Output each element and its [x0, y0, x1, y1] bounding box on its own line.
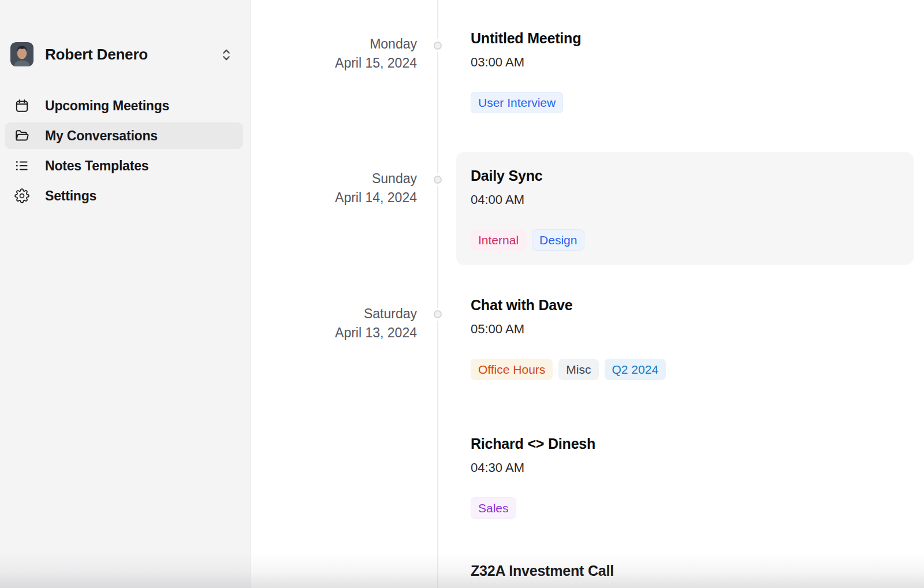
- meeting-item[interactable]: Untitled Meeting 03:00 AM User Interview: [456, 29, 914, 113]
- avatar: [10, 42, 33, 66]
- meeting-tag: Office Hours: [471, 359, 553, 380]
- gear-icon: [14, 188, 29, 203]
- meeting-time: 05:00 AM: [471, 321, 899, 338]
- date-label: Sunday April 14, 2024: [335, 169, 417, 207]
- meeting-tags: User Interview: [471, 92, 899, 113]
- date-label: Saturday April 13, 2024: [335, 304, 417, 343]
- meeting-time: 04:00 AM: [471, 191, 899, 209]
- profile-name: Robert Denero: [45, 46, 148, 64]
- meeting-tag: Design: [532, 229, 584, 251]
- sidebar-item-label: Settings: [45, 188, 96, 204]
- meeting-item[interactable]: Z32A Investment Call: [456, 561, 914, 580]
- sidebar-item-notes-templates[interactable]: Notes Templates: [5, 152, 243, 179]
- list-icon: [14, 158, 29, 173]
- folder-icon: [14, 128, 29, 143]
- conversations-scroll-area[interactable]: Monday April 15, 2024 Untitled Meeting 0…: [251, 0, 924, 588]
- meeting-title: Untitled Meeting: [471, 29, 899, 47]
- timeline-dot: [434, 310, 442, 318]
- sidebar-item-my-conversations[interactable]: My Conversations: [5, 122, 243, 149]
- date-day: Monday: [335, 35, 417, 54]
- meeting-title: Chat with Dave: [471, 296, 899, 314]
- meeting-title: Daily Sync: [471, 166, 899, 185]
- meeting-tags: Sales: [471, 497, 899, 519]
- meetings-list: Untitled Meeting 03:00 AM User Interview: [456, 29, 914, 113]
- meeting-tag: Internal: [471, 229, 526, 251]
- meeting-tags: Office HoursMiscQ2 2024: [471, 359, 899, 380]
- sidebar: Robert Denero Upcoming Meetings My Conve…: [0, 0, 251, 588]
- meeting-tag: Q2 2024: [605, 359, 666, 380]
- chevron-updown-icon: [219, 47, 233, 63]
- timeline-dot: [434, 176, 442, 184]
- meeting-notes-app: Robert Denero Upcoming Meetings My Conve…: [0, 0, 924, 588]
- date-day: Saturday: [335, 304, 417, 323]
- meeting-time: 03:00 AM: [471, 54, 899, 71]
- date-full: April 15, 2024: [335, 54, 417, 73]
- meeting-time: 04:30 AM: [471, 459, 899, 477]
- workspace-switcher[interactable]: Robert Denero: [10, 42, 244, 66]
- sidebar-item-label: Upcoming Meetings: [45, 98, 169, 114]
- date-label: Monday April 15, 2024: [335, 35, 417, 73]
- sidebar-item-label: My Conversations: [45, 128, 158, 144]
- meetings-list: Daily Sync 04:00 AM InternalDesign: [456, 152, 914, 265]
- meeting-tag: User Interview: [471, 92, 563, 113]
- sidebar-nav: Upcoming Meetings My Conversations Notes…: [5, 92, 243, 209]
- sidebar-item-label: Notes Templates: [45, 158, 148, 174]
- date-full: April 13, 2024: [335, 323, 417, 343]
- meeting-item[interactable]: Chat with Dave 05:00 AM Office HoursMisc…: [456, 296, 914, 380]
- meetings-list: Chat with Dave 05:00 AM Office HoursMisc…: [456, 296, 914, 580]
- sidebar-item-upcoming-meetings[interactable]: Upcoming Meetings: [5, 92, 243, 119]
- meeting-title: Z32A Investment Call: [471, 561, 899, 580]
- date-full: April 14, 2024: [335, 188, 417, 207]
- meeting-tag: Misc: [558, 359, 598, 380]
- meeting-tag: Sales: [471, 497, 516, 519]
- meeting-title: Richard <> Dinesh: [471, 434, 899, 453]
- meeting-tags: InternalDesign: [471, 229, 899, 251]
- calendar-icon: [14, 98, 29, 113]
- timeline-line: [437, 0, 438, 588]
- date-day: Sunday: [335, 169, 417, 188]
- sidebar-item-settings[interactable]: Settings: [5, 183, 243, 209]
- meeting-item[interactable]: Richard <> Dinesh 04:30 AM Sales: [456, 434, 914, 519]
- timeline-dot: [434, 42, 442, 50]
- meeting-item[interactable]: Daily Sync 04:00 AM InternalDesign: [456, 152, 914, 265]
